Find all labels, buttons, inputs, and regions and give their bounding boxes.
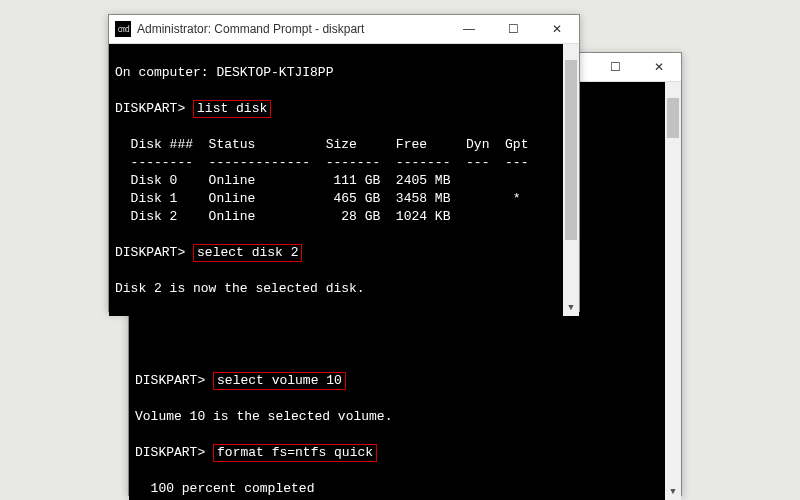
disk-table-header: Disk ### Status Size Free Dyn Gpt [115, 137, 528, 152]
computer-line: On computer: DESKTOP-KTJI8PP [115, 65, 333, 80]
titlebar-front[interactable]: cmd Administrator: Command Prompt - disk… [109, 15, 579, 44]
disk-table-rule: -------- ------------- ------- ------- -… [115, 155, 528, 170]
terminal-front[interactable]: On computer: DESKTOP-KTJI8PP DISKPART> l… [109, 44, 579, 316]
scroll-thumb[interactable] [565, 60, 577, 240]
prompt: DISKPART> [135, 445, 205, 460]
disk-row: Disk 2 Online 28 GB 1024 KB [115, 209, 450, 224]
scrollbar-back[interactable]: ▲ ▼ [665, 82, 681, 500]
close-button[interactable]: ✕ [535, 15, 579, 43]
cmd-window-front: cmd Administrator: Command Prompt - disk… [108, 14, 580, 312]
cmd-select-volume: select volume 10 [213, 372, 346, 390]
maximize-button[interactable]: ☐ [593, 53, 637, 81]
scroll-down-icon[interactable]: ▼ [665, 484, 681, 500]
cmd-icon: cmd [115, 21, 131, 37]
cmd-format: format fs=ntfs quick [213, 444, 377, 462]
window-controls-front: — ☐ ✕ [447, 15, 579, 43]
prompt: DISKPART> [115, 101, 185, 116]
scrollbar-front[interactable]: ▲ ▼ [563, 44, 579, 316]
progress-text: 100 percent completed [135, 481, 314, 496]
disk-row: Disk 0 Online 111 GB 2405 MB [115, 173, 450, 188]
maximize-button[interactable]: ☐ [491, 15, 535, 43]
minimize-button[interactable]: — [447, 15, 491, 43]
scroll-thumb[interactable] [667, 98, 679, 138]
selected-volume-msg: Volume 10 is the selected volume. [135, 409, 392, 424]
cmd-select-disk: select disk 2 [193, 244, 302, 262]
selected-disk-msg: Disk 2 is now the selected disk. [115, 281, 365, 296]
prompt: DISKPART> [115, 245, 185, 260]
disk-row: Disk 1 Online 465 GB 3458 MB * [115, 191, 521, 206]
prompt: DISKPART> [135, 373, 205, 388]
close-button[interactable]: ✕ [637, 53, 681, 81]
window-title: Administrator: Command Prompt - diskpart [137, 22, 447, 36]
cmd-list-disk: list disk [193, 100, 271, 118]
scroll-down-icon[interactable]: ▼ [563, 300, 579, 316]
